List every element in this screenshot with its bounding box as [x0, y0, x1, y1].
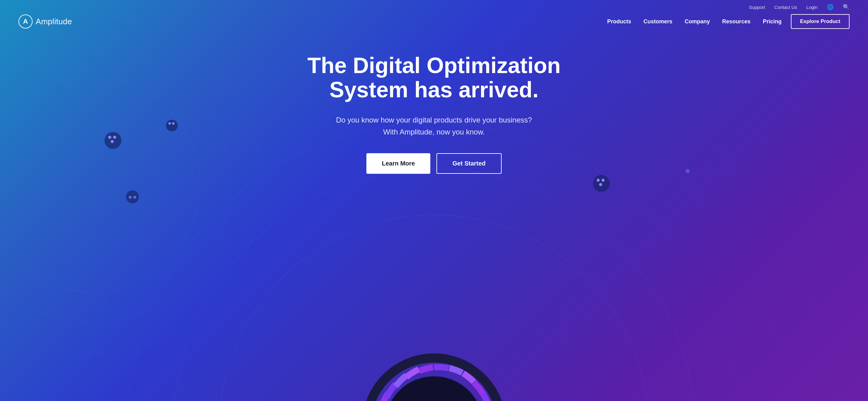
- navbar: A Amplitude Products Customers Company R…: [0, 14, 868, 35]
- nav-links: Products Customers Company Resources Pri…: [607, 19, 782, 25]
- get-started-button[interactable]: Get Started: [436, 153, 502, 174]
- bottom-dial: [360, 327, 508, 401]
- utility-bar: Support Contact Us Login 🌐 🔍: [0, 0, 868, 14]
- logo-text: Amplitude: [36, 17, 72, 26]
- nav-customers[interactable]: Customers: [644, 19, 673, 25]
- hero-subtitle-line1: Do you know how your digital products dr…: [336, 114, 532, 126]
- nav-pricing[interactable]: Pricing: [763, 19, 782, 25]
- learn-more-button[interactable]: Learn More: [366, 153, 430, 174]
- logo-icon: A: [19, 14, 33, 29]
- explore-product-button[interactable]: Explore Product: [791, 14, 849, 29]
- globe-icon[interactable]: 🌐: [827, 4, 834, 10]
- hero-subtitle-line2: With Amplitude, now you know.: [336, 126, 532, 138]
- contact-link[interactable]: Contact Us: [774, 5, 797, 10]
- page-wrapper: Support Contact Us Login 🌐 🔍 A Amplitude…: [0, 0, 868, 401]
- hero-subtitle: Do you know how your digital products dr…: [336, 114, 532, 138]
- search-icon[interactable]: 🔍: [843, 4, 849, 10]
- logo[interactable]: A Amplitude: [19, 14, 72, 29]
- login-link[interactable]: Login: [806, 5, 817, 10]
- nav-resources[interactable]: Resources: [722, 19, 751, 25]
- hero-section: The Digital Optimization System has arri…: [0, 35, 868, 204]
- support-link[interactable]: Support: [749, 5, 765, 10]
- svg-text:A: A: [23, 18, 28, 25]
- nav-company[interactable]: Company: [685, 19, 710, 25]
- nav-products[interactable]: Products: [607, 19, 631, 25]
- hero-title: The Digital Optimization System has arri…: [280, 54, 588, 102]
- hero-buttons: Learn More Get Started: [366, 153, 502, 174]
